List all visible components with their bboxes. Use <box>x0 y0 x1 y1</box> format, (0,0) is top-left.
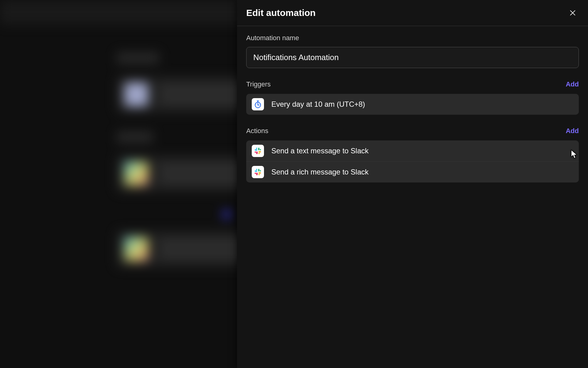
close-icon <box>569 10 576 16</box>
action-row[interactable]: Send a text message to Slack <box>246 140 579 161</box>
svg-point-22 <box>256 169 257 170</box>
actions-list: Send a text message to Slack <box>246 140 579 182</box>
automation-name-input[interactable] <box>246 47 579 68</box>
svg-rect-19 <box>256 173 258 175</box>
actions-header: Actions Add <box>246 127 579 135</box>
svg-point-18 <box>258 174 260 175</box>
svg-point-20 <box>255 173 256 174</box>
svg-rect-21 <box>255 171 258 172</box>
svg-point-10 <box>258 153 260 154</box>
triggers-title: Triggers <box>246 80 271 88</box>
trigger-label: Every day at 10 am (UTC+8) <box>271 100 365 109</box>
svg-point-8 <box>260 149 261 150</box>
add-trigger-button[interactable]: Add <box>566 80 579 88</box>
close-button[interactable] <box>567 7 579 19</box>
trigger-row[interactable]: Every day at 10 am (UTC+8) <box>246 94 579 115</box>
automation-name-label: Automation name <box>246 34 579 42</box>
triggers-section: Triggers Add Every day at 10 am (UTC <box>246 80 579 115</box>
action-label: Send a text message to Slack <box>271 147 369 155</box>
svg-rect-15 <box>258 169 259 172</box>
panel-title: Edit automation <box>246 8 316 18</box>
svg-rect-11 <box>256 151 258 154</box>
slack-icon <box>252 166 264 178</box>
triggers-list: Every day at 10 am (UTC+8) <box>246 94 579 115</box>
action-row[interactable]: Send a rich message to Slack <box>246 161 579 182</box>
edit-automation-panel: Edit automation Automation name Triggers… <box>237 0 588 368</box>
schedule-icon <box>252 98 264 110</box>
actions-title: Actions <box>246 127 268 135</box>
actions-section: Actions Add <box>246 127 579 182</box>
action-label: Send a rich message to Slack <box>271 168 369 176</box>
slack-icon <box>252 145 264 157</box>
svg-point-12 <box>255 151 256 153</box>
svg-point-14 <box>256 148 257 149</box>
triggers-header: Triggers Add <box>246 80 579 88</box>
svg-rect-9 <box>258 151 261 152</box>
panel-header: Edit automation <box>237 0 588 26</box>
panel-body: Automation name Triggers Add <box>237 26 588 368</box>
svg-rect-17 <box>258 172 261 174</box>
svg-rect-13 <box>255 149 258 151</box>
svg-rect-7 <box>258 148 259 151</box>
add-action-button[interactable]: Add <box>566 127 579 135</box>
svg-point-16 <box>260 170 261 171</box>
